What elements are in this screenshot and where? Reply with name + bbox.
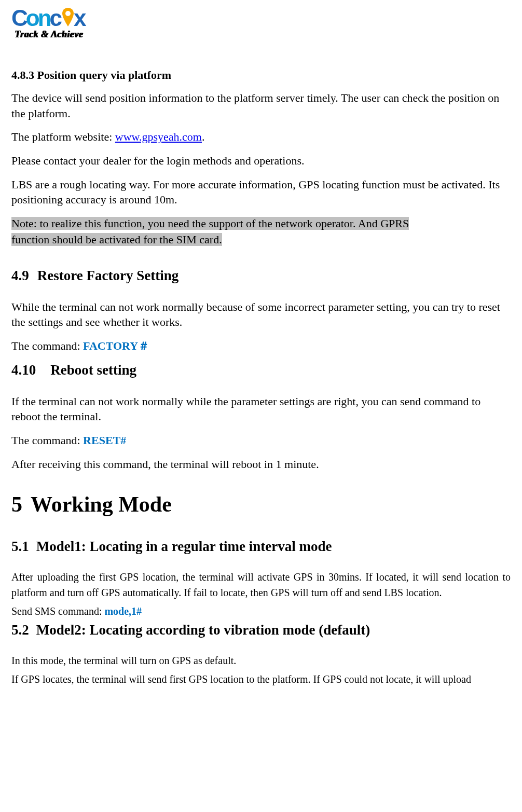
paragraph: If GPS locates, the terminal will send f…: [11, 671, 511, 687]
logo-letter-c: C: [11, 5, 27, 31]
highlighted-text: Note: to realize this function, you need…: [11, 217, 409, 230]
map-pin-icon: [61, 7, 75, 30]
paragraph: The platform website: www.gpsyeah.com.: [11, 129, 511, 145]
text: The command:: [11, 339, 83, 352]
command-text: mode,1#: [104, 605, 142, 617]
note-callout: Note: to realize this function, you need…: [11, 216, 511, 248]
paragraph: The command: FACTORY＃: [11, 338, 511, 354]
paragraph: After uploading the first GPS location, …: [11, 569, 511, 600]
section-title: Restore Factory Setting: [37, 268, 178, 283]
paragraph: The device will send position informatio…: [11, 90, 511, 121]
svg-point-0: [65, 11, 71, 16]
heading-4-9: 4.9Restore Factory Setting: [11, 268, 511, 284]
document-page: C o n c x Track & Achieve 4.8.3 Position…: [0, 0, 522, 700]
text: .: [202, 130, 205, 143]
heading-4-8-3: 4.8.3 Position query via platform: [11, 68, 511, 82]
brand-wordmark: C o n c x: [11, 5, 86, 31]
paragraph: Send SMS command: mode,1#: [11, 603, 511, 619]
paragraph: In this mode, the terminal will turn on …: [11, 653, 511, 668]
paragraph: While the terminal can not work normally…: [11, 299, 511, 330]
paragraph: After receiving this command, the termin…: [11, 457, 511, 472]
logo-letter-o: o: [26, 5, 39, 31]
text: The command:: [11, 434, 83, 447]
heading-5: 5Working Mode: [11, 492, 511, 517]
text: The platform website:: [11, 130, 115, 143]
logo-letter-n: n: [38, 5, 51, 31]
paragraph: Please contact your dealer for the login…: [11, 153, 511, 169]
platform-link[interactable]: www.gpsyeah.com: [115, 130, 202, 143]
section-number: 4.9: [11, 268, 29, 283]
logo-letter-c2: c: [50, 5, 61, 31]
section-number: 5.2: [11, 622, 29, 638]
section-number: 5.1: [11, 539, 29, 554]
section-title: Model2: Locating according to vibration …: [36, 622, 370, 638]
logo-letter-x: x: [74, 5, 85, 31]
command-text: RESET#: [83, 434, 126, 447]
heading-5-2: 5.2Model2: Locating according to vibrati…: [11, 622, 511, 638]
highlighted-text: function should be activated for the SIM…: [11, 233, 222, 246]
section-title: Working Mode: [31, 492, 172, 516]
paragraph: LBS are a rough locating way. For more a…: [11, 177, 511, 208]
section-number: 5: [11, 492, 22, 516]
paragraph: If the terminal can not work normally wh…: [11, 394, 511, 424]
text: Send SMS command:: [11, 605, 104, 617]
brand-tagline: Track & Achieve: [11, 29, 86, 40]
command-text: FACTORY＃: [83, 339, 149, 352]
heading-5-1: 5.1Model1: Locating in a regular time in…: [11, 539, 511, 555]
paragraph: The command: RESET#: [11, 433, 511, 448]
brand-logo: C o n c x Track & Achieve: [11, 5, 86, 40]
section-title: Reboot setting: [50, 362, 136, 378]
heading-4-10: 4.10Reboot setting: [11, 362, 511, 378]
section-number: 4.10: [11, 362, 36, 378]
section-title: Model1: Locating in a regular time inter…: [36, 539, 332, 554]
